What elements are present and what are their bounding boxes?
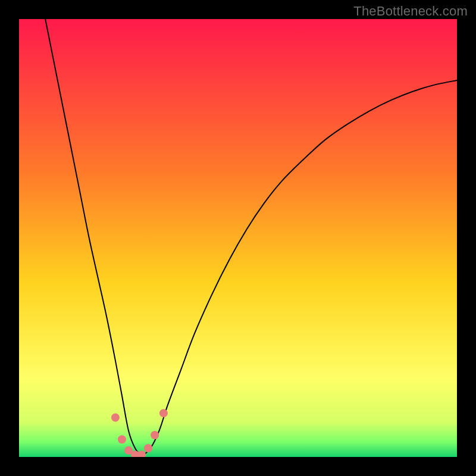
marker-dot <box>118 436 126 444</box>
watermark-label: TheBottleneck.com <box>353 4 468 19</box>
gradient-background <box>19 19 457 457</box>
marker-dot <box>144 444 152 452</box>
marker-dot <box>151 431 159 439</box>
plot-area <box>19 19 457 457</box>
chart-frame: TheBottleneck.com <box>0 0 476 476</box>
plot-svg <box>19 19 457 457</box>
marker-dot <box>159 409 168 417</box>
marker-dot <box>111 414 120 422</box>
